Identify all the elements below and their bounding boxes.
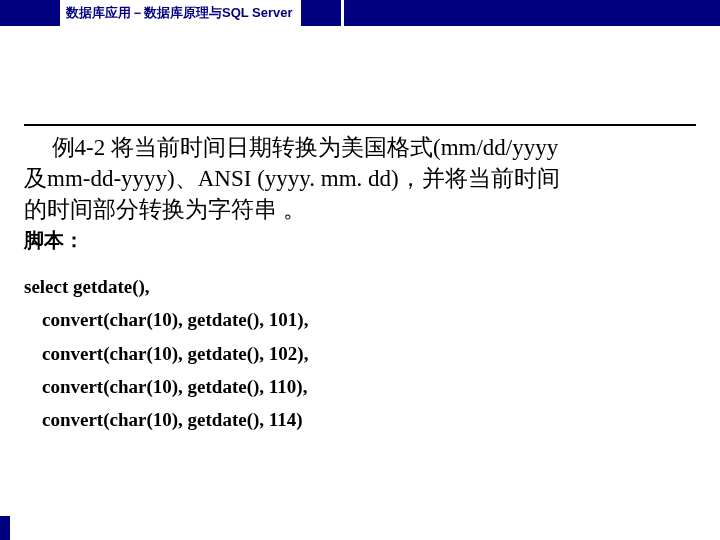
header-title: 数据库应用－数据库原理与SQL Server [60,0,301,26]
code-block: select getdate(), convert(char(10), getd… [24,270,696,436]
problem-statement: 例4-2 将当前时间日期转换为美国格式(mm/dd/yyyy 及mm-dd-yy… [24,132,696,225]
code-line-5: convert(char(10), getdate(), 114) [24,403,696,436]
horizontal-rule [24,124,696,126]
code-line-3: convert(char(10), getdate(), 102), [24,337,696,370]
footer-mark [0,516,12,540]
slide-content: 例4-2 将当前时间日期转换为美国格式(mm/dd/yyyy 及mm-dd-yy… [0,26,720,436]
code-line-4: convert(char(10), getdate(), 110), [24,370,696,403]
example-number: 例4-2 [52,135,106,160]
problem-line1-rest: 将当前时间日期转换为美国格式(mm/dd/yyyy [105,135,558,160]
script-label: 脚本： [24,227,696,254]
header-divider [341,0,344,26]
problem-line-2: 及mm-dd-yyyy)、ANSI (yyyy. mm. dd)，并将当前时间 [24,163,696,194]
header-bar: 数据库应用－数据库原理与SQL Server [0,0,720,26]
code-line-1: select getdate(), [24,270,696,303]
problem-line-3: 的时间部分转换为字符串 。 [24,194,696,225]
problem-line-1: 例4-2 将当前时间日期转换为美国格式(mm/dd/yyyy [24,132,696,163]
code-line-2: convert(char(10), getdate(), 101), [24,303,696,336]
